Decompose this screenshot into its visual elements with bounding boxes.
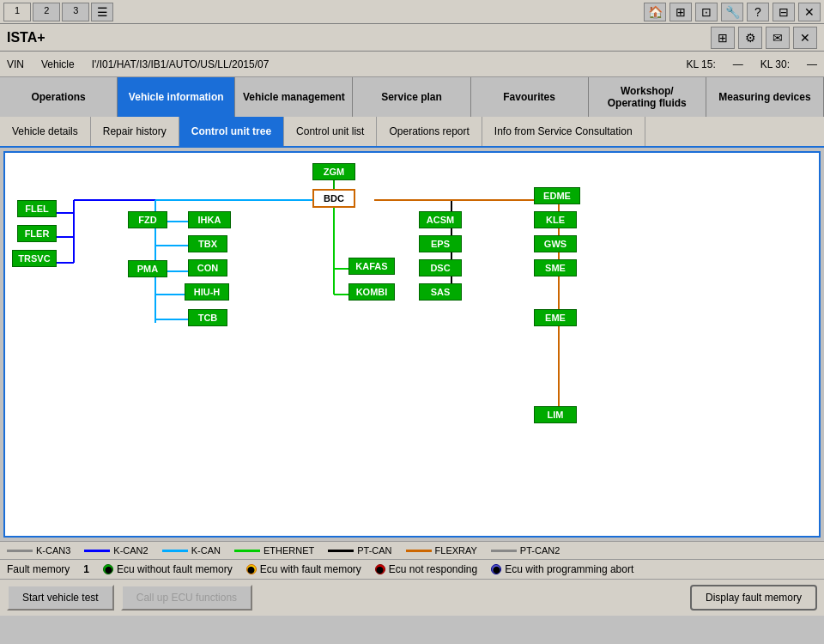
legend-k-can2-label: K-CAN2 (113, 545, 148, 556)
ecu-kle[interactable]: KLE (534, 211, 577, 228)
ecu-bdc[interactable]: BDC (312, 189, 355, 208)
main-nav: Operations Vehicle information Vehicle m… (0, 77, 824, 117)
tab-control-unit-tree[interactable]: Control unit tree (179, 117, 284, 146)
nav-service-plan[interactable]: Service plan (353, 77, 470, 117)
legend-k-can-line (162, 550, 188, 552)
ecu-zgm[interactable]: ZGM (312, 163, 355, 180)
app-close-icon[interactable]: ✕ (793, 27, 817, 49)
bottom-bar: Start vehicle test Call up ECU functions… (0, 579, 824, 616)
legend-pt-can2: PT-CAN2 (491, 545, 560, 556)
ecu-fler[interactable]: FLER (17, 225, 57, 242)
kl15-value: — (733, 58, 743, 70)
ecu-prog-abort-legend: ⬤ Ecu with programming abort (491, 563, 633, 575)
legend-k-can: K-CAN (162, 545, 221, 556)
app-bar-right: ⊞ ⚙ ✉ ✕ (711, 27, 817, 49)
ecu-acsm[interactable]: ACSM (419, 211, 462, 228)
help-icon[interactable]: ? (747, 3, 769, 21)
nav-workshop[interactable]: Workshop/ Operating fluids (589, 77, 706, 117)
content-area: ZGM BDC FLEL FLER TRSVC FZD IHKA TBX PMA… (3, 151, 821, 538)
ecu-trsvc[interactable]: TRSVC (12, 250, 57, 267)
fault-memory-label: Fault memory (7, 563, 70, 575)
legend-k-can3-line (7, 550, 33, 552)
tab-repair-history[interactable]: Repair history (91, 117, 179, 146)
settings-icon[interactable]: ⚙ (738, 27, 762, 49)
tab-info-service[interactable]: Info from Service Consultation (482, 117, 645, 146)
ecu-fzd[interactable]: FZD (128, 211, 167, 228)
nav-vehicle-mgmt[interactable]: Vehicle management (235, 77, 353, 117)
connection-lines (5, 153, 819, 536)
ecu-pma[interactable]: PMA (128, 260, 167, 277)
call-up-ecu-button[interactable]: Call up ECU functions (121, 585, 252, 611)
list-icon[interactable]: ☰ (91, 3, 113, 21)
ecu-tbx[interactable]: TBX (188, 235, 227, 252)
legend-ethernet-label: ETHERNET (264, 545, 314, 556)
ecu-no-fault-label: Ecu without fault memory (117, 563, 233, 575)
grid-icon[interactable]: ⊞ (670, 3, 692, 21)
display-icon[interactable]: ⊡ (695, 3, 718, 21)
ecu-edme[interactable]: EDME (534, 187, 580, 204)
tab-operations-report[interactable]: Operations report (377, 117, 482, 146)
ecu-canvas: ZGM BDC FLEL FLER TRSVC FZD IHKA TBX PMA… (5, 153, 819, 536)
email-icon[interactable]: ✉ (766, 27, 790, 49)
ecu-sme[interactable]: SME (534, 259, 577, 276)
ecu-not-responding-label: Ecu not responding (389, 563, 477, 575)
ecu-eme[interactable]: EME (534, 309, 577, 326)
ecu-ihka[interactable]: IHKA (188, 211, 231, 228)
tab-control-unit-list[interactable]: Control unit list (284, 117, 377, 146)
vehicle-value: I'/I01/HAT/I3/IB1/AUTO/US/LL/2015/07 (92, 58, 270, 70)
legend-pt-can2-label: PT-CAN2 (520, 545, 560, 556)
ecu-gws[interactable]: GWS (534, 235, 577, 252)
title-tab-1[interactable]: 1 (3, 3, 31, 21)
title-tab-2[interactable]: 2 (33, 3, 60, 21)
nav-operations[interactable]: Operations (0, 77, 118, 117)
start-vehicle-test-button[interactable]: Start vehicle test (7, 585, 114, 611)
legend-k-can2-line (84, 550, 110, 552)
kl-info: KL 15: — KL 30: — (687, 58, 818, 70)
nav-favourites[interactable]: Favourites (471, 77, 589, 117)
display-fault-memory-button[interactable]: Display fault memory (690, 585, 817, 611)
kl30-label: KL 30: (760, 58, 790, 70)
legend-flexray-label: FLEXRAY (435, 545, 477, 556)
title-tab-3[interactable]: 3 (62, 3, 89, 21)
ecu-kafas[interactable]: KAFAS (348, 258, 395, 275)
home-icon[interactable]: 🏠 (644, 3, 666, 21)
ecu-not-responding-legend: ⬤ Ecu not responding (375, 563, 477, 575)
legend-k-can3-label: K-CAN3 (36, 545, 70, 556)
ecu-dsc[interactable]: DSC (419, 259, 462, 276)
fault-count: 1 (83, 563, 89, 575)
ecu-fault-icon: ⬤ (246, 564, 257, 574)
legend-k-can3: K-CAN3 (7, 545, 70, 556)
wrench-icon[interactable]: 🔧 (721, 3, 743, 21)
ecu-eps[interactable]: EPS (419, 235, 462, 252)
legend-bar: K-CAN3 K-CAN2 K-CAN ETHERNET PT-CAN FLEX… (0, 541, 824, 559)
legend-pt-can: PT-CAN (328, 545, 391, 556)
legend-ethernet-line (234, 550, 260, 552)
ecu-con[interactable]: CON (188, 259, 227, 276)
ecu-prog-abort-label: Ecu with programming abort (505, 563, 633, 575)
minimize-icon[interactable]: ⊟ (772, 3, 795, 21)
tab-vehicle-details[interactable]: Vehicle details (0, 117, 91, 146)
close-icon[interactable]: ✕ (798, 3, 821, 21)
nav-vehicle-info[interactable]: Vehicle information (118, 77, 235, 117)
title-bar: 1 2 3 ☰ 🏠 ⊞ ⊡ 🔧 ? ⊟ ✕ (0, 0, 824, 24)
legend-k-can2: K-CAN2 (84, 545, 148, 556)
nav-measuring[interactable]: Measuring devices (706, 77, 824, 117)
title-bar-icons: 🏠 ⊞ ⊡ 🔧 ? ⊟ ✕ (644, 3, 821, 21)
legend-flexray-line (406, 550, 432, 552)
ecu-fault-legend: ⬤ Ecu with fault memory (246, 563, 361, 575)
ecu-kombi[interactable]: KOMBI (348, 283, 395, 301)
ecu-hiu-h[interactable]: HIU-H (185, 283, 229, 301)
vehicle-label: Vehicle (41, 58, 75, 70)
ecu-lim[interactable]: LIM (534, 406, 577, 423)
screenshot-icon[interactable]: ⊞ (711, 27, 735, 49)
vin-label: VIN (7, 58, 24, 70)
app-title: ISTA+ (7, 30, 45, 46)
legend-pt-can-label: PT-CAN (357, 545, 391, 556)
legend-pt-can-line (328, 550, 354, 552)
info-bar: VIN Vehicle I'/I01/HAT/I3/IB1/AUTO/US/LL… (0, 52, 824, 77)
legend-ethernet: ETHERNET (234, 545, 314, 556)
ecu-sas[interactable]: SAS (419, 283, 462, 301)
sub-nav: Vehicle details Repair history Control u… (0, 117, 824, 148)
ecu-tcb[interactable]: TCB (188, 309, 227, 326)
ecu-flel[interactable]: FLEL (17, 200, 57, 217)
